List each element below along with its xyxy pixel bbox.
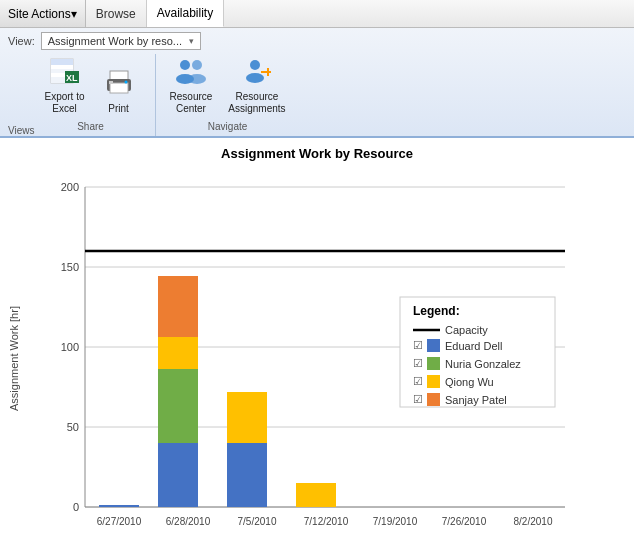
export-to-excel-button[interactable]: XL Export toExcel (39, 54, 91, 118)
view-value: Assignment Work by reso... (48, 35, 182, 47)
svg-text:0: 0 (73, 501, 79, 513)
svg-text:Eduard Dell: Eduard Dell (445, 340, 502, 352)
navigate-group-wrap: ResourceCenter ResourceAssignments (164, 54, 292, 132)
svg-point-17 (250, 60, 260, 70)
svg-point-18 (246, 73, 264, 83)
browse-label: Browse (96, 7, 136, 21)
svg-rect-2 (51, 65, 73, 69)
availability-label: Availability (157, 6, 213, 20)
views-group: Views (8, 82, 35, 136)
print-button[interactable]: Print (95, 66, 143, 118)
svg-text:8/2/2010: 8/2/2010 (514, 516, 553, 527)
bar-2-1 (158, 443, 198, 507)
svg-text:XL: XL (66, 73, 78, 83)
svg-text:6/28/2010: 6/28/2010 (166, 516, 211, 527)
ribbon: View: Assignment Work by reso... ▾ Views (0, 28, 634, 138)
svg-text:200: 200 (61, 181, 79, 193)
svg-rect-10 (110, 83, 128, 93)
svg-text:Qiong Wu: Qiong Wu (445, 376, 494, 388)
svg-point-13 (180, 60, 190, 70)
resource-assignments-button[interactable]: ResourceAssignments (222, 54, 291, 118)
svg-text:100: 100 (61, 341, 79, 353)
top-navigation: Site Actions ▾ Browse Availability (0, 0, 634, 28)
views-group-label: Views (8, 125, 35, 136)
svg-text:Sanjay Patel: Sanjay Patel (445, 394, 507, 406)
svg-text:7/12/2010: 7/12/2010 (304, 516, 349, 527)
share-group-wrap: XL Export toExcel (39, 54, 143, 132)
svg-text:Nuria Gonzalez: Nuria Gonzalez (445, 358, 521, 370)
chart-title: Assignment Work by Resource (8, 146, 626, 161)
svg-text:☑: ☑ (413, 393, 423, 405)
svg-text:7/5/2010: 7/5/2010 (238, 516, 277, 527)
bar-2-4 (158, 276, 198, 337)
ribbon-buttons-row: Views (8, 54, 626, 136)
view-dropdown[interactable]: Assignment Work by reso... ▾ (41, 32, 201, 50)
bar-3-2 (227, 392, 267, 443)
svg-text:☑: ☑ (413, 339, 423, 351)
svg-rect-1 (51, 59, 73, 65)
svg-text:6/27/2010: 6/27/2010 (97, 516, 142, 527)
svg-rect-55 (427, 393, 440, 406)
y-axis-label: Assignment Work [hr] (8, 167, 20, 534)
resource-assignments-label: ResourceAssignments (228, 91, 285, 115)
resource-center-button[interactable]: ResourceCenter (164, 54, 219, 118)
chart-svg: 0 50 100 150 200 6/27/2010 6/28/2010 (24, 167, 626, 534)
resource-center-icon (175, 57, 207, 89)
ribbon-view-row: View: Assignment Work by reso... ▾ (8, 32, 626, 50)
share-group-label: Share (39, 121, 143, 132)
svg-text:☑: ☑ (413, 375, 423, 387)
bar-2-2 (158, 369, 198, 443)
svg-point-12 (124, 81, 127, 84)
view-label: View: (8, 35, 35, 47)
site-actions-button[interactable]: Site Actions ▾ (0, 0, 86, 27)
site-actions-label: Site Actions (8, 7, 71, 21)
svg-text:7/26/2010: 7/26/2010 (442, 516, 487, 527)
resource-assignments-icon (241, 57, 273, 89)
svg-rect-11 (109, 81, 113, 84)
bar-3-1 (227, 443, 267, 507)
navigate-group: ResourceCenter ResourceAssignments (160, 54, 304, 136)
svg-text:Legend:: Legend: (413, 304, 460, 318)
browse-tab[interactable]: Browse (86, 0, 147, 27)
svg-text:☑: ☑ (413, 357, 423, 369)
bar-4-1 (296, 483, 336, 507)
svg-point-14 (192, 60, 202, 70)
resource-center-label: ResourceCenter (170, 91, 213, 115)
navigate-group-items: ResourceCenter ResourceAssignments (164, 54, 292, 118)
svg-text:50: 50 (67, 421, 79, 433)
print-icon (105, 69, 133, 101)
chart-container: Assignment Work by Resource Assignment W… (0, 138, 634, 534)
svg-text:150: 150 (61, 261, 79, 273)
svg-text:7/19/2010: 7/19/2010 (373, 516, 418, 527)
navigate-group-label: Navigate (164, 121, 292, 132)
export-excel-icon: XL (49, 57, 81, 89)
svg-rect-46 (427, 339, 440, 352)
site-actions-arrow-icon: ▾ (71, 7, 77, 21)
view-dropdown-arrow-icon: ▾ (189, 36, 194, 46)
share-group-items: XL Export toExcel (39, 54, 143, 118)
svg-rect-20 (267, 68, 269, 76)
print-label: Print (108, 103, 129, 115)
chart-inner: 0 50 100 150 200 6/27/2010 6/28/2010 (24, 167, 626, 534)
svg-text:Capacity: Capacity (445, 324, 488, 336)
svg-rect-49 (427, 357, 440, 370)
bar-2-3 (158, 337, 198, 369)
svg-rect-52 (427, 375, 440, 388)
svg-point-16 (188, 74, 206, 84)
svg-rect-19 (261, 71, 271, 73)
chart-wrap: Assignment Work [hr] 0 50 100 150 200 (8, 167, 626, 534)
availability-tab[interactable]: Availability (147, 0, 224, 27)
share-group: XL Export toExcel (35, 54, 156, 136)
bar-1-1 (99, 505, 139, 507)
export-excel-label: Export toExcel (45, 91, 85, 115)
